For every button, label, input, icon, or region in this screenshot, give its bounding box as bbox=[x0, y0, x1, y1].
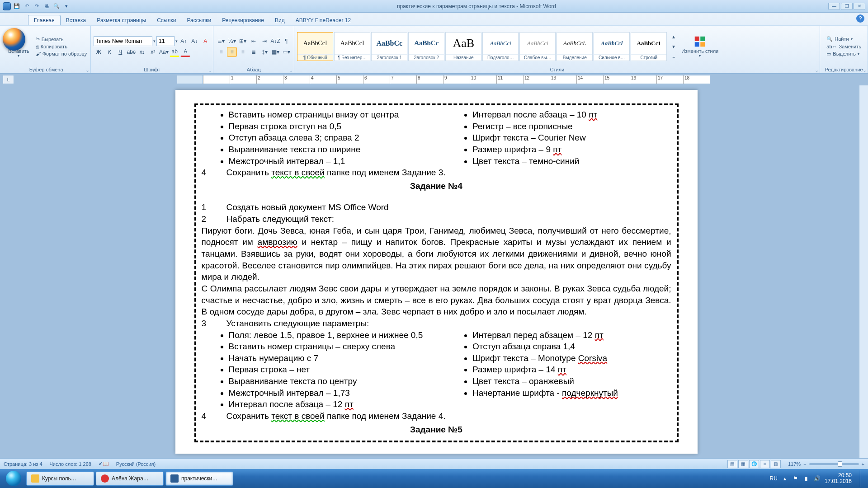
multilevel-button[interactable]: ⊞▾ bbox=[238, 36, 248, 46]
styles-expand[interactable]: ⌄ bbox=[669, 52, 679, 61]
font-color-button[interactable]: A bbox=[180, 47, 190, 57]
subscript-button[interactable]: x₂ bbox=[137, 47, 147, 57]
style-item-2[interactable]: AaBbCcЗаголовок 1 bbox=[371, 32, 407, 61]
vertical-scrollbar[interactable] bbox=[859, 85, 868, 458]
tab-view[interactable]: Вид bbox=[269, 15, 290, 25]
taskbar-item[interactable]: практически… bbox=[165, 471, 233, 486]
zoom-in-button[interactable]: + bbox=[862, 461, 864, 467]
bullets-button[interactable]: ≣▾ bbox=[216, 36, 226, 46]
qat-more[interactable]: ▾ bbox=[62, 2, 71, 10]
show-desktop-button[interactable] bbox=[860, 470, 865, 487]
styles-scroll-down[interactable]: ▾ bbox=[669, 42, 679, 51]
minimize-button[interactable]: — bbox=[828, 3, 840, 10]
style-item-4[interactable]: AaBНазвание bbox=[445, 32, 481, 61]
view-outline[interactable]: ≡ bbox=[760, 460, 770, 468]
page-content-frame[interactable]: Вставить номер страницы внизу от центраП… bbox=[194, 103, 679, 442]
qat-quickprint[interactable]: 🖶 bbox=[42, 2, 51, 10]
office-button[interactable] bbox=[3, 28, 25, 51]
qat-redo[interactable]: ↷ bbox=[33, 2, 41, 10]
start-button[interactable] bbox=[3, 470, 24, 487]
status-language[interactable]: Русский (Россия) bbox=[116, 461, 156, 467]
tray-chevron-up-icon[interactable]: ▴ bbox=[781, 475, 788, 482]
tab-mailings[interactable]: Рассылки bbox=[181, 15, 217, 25]
numbering-button[interactable]: ⅓▾ bbox=[227, 36, 237, 46]
borders-button[interactable]: ▭▾ bbox=[281, 47, 291, 57]
styles-gallery[interactable]: AaBbCcI¶ ОбычныйAaBbCcI¶ Без интер…AaBbC… bbox=[297, 31, 667, 62]
copy-button[interactable]: ⎘Копировать bbox=[35, 43, 88, 50]
bold-button[interactable]: Ж bbox=[94, 47, 104, 57]
grow-font-button[interactable]: A↑ bbox=[179, 36, 189, 46]
qat-undo[interactable]: ↶ bbox=[23, 2, 31, 10]
sort-button[interactable]: A↓Z bbox=[270, 36, 280, 46]
font-size-combo[interactable]: 11 bbox=[156, 36, 175, 46]
style-item-3[interactable]: AaBbCcЗаголовок 2 bbox=[408, 32, 444, 61]
format-painter-button[interactable]: 🖌Формат по образцу bbox=[35, 51, 88, 57]
zoom-value[interactable]: 117% bbox=[788, 461, 801, 467]
decrease-indent-button[interactable]: ⇤ bbox=[249, 36, 259, 46]
close-button[interactable]: ✕ bbox=[854, 3, 865, 10]
cut-button[interactable]: ✂Вырезать bbox=[35, 36, 88, 42]
select-button[interactable]: ▭Выделить▾ bbox=[826, 51, 861, 57]
style-item-0[interactable]: AaBbCcI¶ Обычный bbox=[297, 32, 333, 61]
taskbar-item[interactable]: Курсы поль… bbox=[26, 471, 94, 486]
horizontal-ruler[interactable]: 123456789101112131415161718 bbox=[177, 75, 710, 84]
styles-scroll-up[interactable]: ▴ bbox=[669, 32, 679, 41]
qat-save[interactable]: 💾 bbox=[13, 2, 21, 10]
page-scroll[interactable]: Вставить номер страницы внизу от центраП… bbox=[14, 85, 859, 458]
change-styles-button[interactable]: Изменить стили ▾ bbox=[678, 34, 722, 59]
view-draft[interactable]: ▥ bbox=[771, 460, 781, 468]
style-item-7[interactable]: AaBbCcLВыделение bbox=[557, 32, 593, 61]
qat-preview[interactable]: 🔍 bbox=[52, 2, 61, 10]
replace-button[interactable]: ab↔Заменить bbox=[826, 44, 861, 49]
taskbar-item[interactable]: Алёна Жара… bbox=[96, 471, 164, 486]
style-item-5[interactable]: AaBbCciПодзаголо… bbox=[482, 32, 519, 61]
line-spacing-button[interactable]: ‡▾ bbox=[259, 47, 269, 57]
align-right-button[interactable]: ≡ bbox=[238, 47, 248, 57]
maximize-button[interactable]: ❐ bbox=[841, 3, 853, 10]
zoom-out-button[interactable]: − bbox=[803, 461, 806, 467]
tab-home[interactable]: Главная bbox=[28, 15, 61, 25]
tab-references[interactable]: Ссылки bbox=[151, 15, 181, 25]
tab-abbyy[interactable]: ABBYY FineReader 12 bbox=[290, 15, 357, 25]
status-proofing-icon[interactable]: ✔📖 bbox=[99, 461, 109, 467]
style-item-9[interactable]: AaBbCc1Строгий bbox=[631, 32, 667, 61]
font-size-dropdown-icon[interactable]: ▾ bbox=[175, 39, 178, 43]
zoom-thumb[interactable] bbox=[838, 461, 842, 467]
clear-formatting-button[interactable]: A bbox=[200, 36, 210, 46]
increase-indent-button[interactable]: ⇥ bbox=[259, 36, 269, 46]
zoom-slider[interactable] bbox=[809, 463, 859, 465]
shrink-font-button[interactable]: A↓ bbox=[189, 36, 199, 46]
style-item-8[interactable]: AaBbCclСильное в… bbox=[594, 32, 630, 61]
help-button[interactable]: ? bbox=[856, 14, 864, 23]
underline-button[interactable]: Ч bbox=[115, 47, 125, 57]
shading-button[interactable]: ▦▾ bbox=[270, 47, 280, 57]
tray-flag-icon[interactable]: ⚑ bbox=[792, 475, 799, 482]
find-button[interactable]: 🔍Найти▾ bbox=[826, 36, 861, 42]
style-item-6[interactable]: AaBbCciСлабое вы… bbox=[519, 32, 556, 61]
strike-button[interactable]: abc bbox=[126, 47, 136, 57]
tray-clock[interactable]: 20:50 17.01.2016 bbox=[825, 473, 854, 484]
style-item-1[interactable]: AaBbCcI¶ Без интер… bbox=[334, 32, 370, 61]
tray-network-icon[interactable]: ▮ bbox=[803, 475, 810, 482]
justify-button[interactable]: ≣ bbox=[249, 47, 259, 57]
italic-button[interactable]: К bbox=[104, 47, 114, 57]
view-full-screen[interactable]: ▦ bbox=[738, 460, 748, 468]
status-words[interactable]: Число слов: 1 268 bbox=[50, 461, 91, 467]
font-name-dropdown-icon[interactable]: ▾ bbox=[153, 39, 156, 43]
tab-page-layout[interactable]: Разметка страницы bbox=[91, 15, 151, 25]
tray-volume-icon[interactable]: 🔊 bbox=[814, 475, 821, 482]
tab-insert[interactable]: Вставка bbox=[61, 15, 92, 25]
view-web[interactable]: 🌐 bbox=[749, 460, 759, 468]
view-print-layout[interactable]: ▤ bbox=[727, 460, 737, 468]
align-center-button[interactable]: ≡ bbox=[227, 47, 237, 57]
vertical-ruler[interactable] bbox=[0, 85, 14, 458]
font-name-combo[interactable]: Times New Roman bbox=[94, 36, 152, 46]
show-marks-button[interactable]: ¶ bbox=[281, 36, 291, 46]
tab-selector[interactable]: L bbox=[3, 75, 14, 84]
highlight-button[interactable]: ab bbox=[170, 47, 179, 57]
align-left-button[interactable]: ≡ bbox=[216, 47, 226, 57]
tab-review[interactable]: Рецензирование bbox=[217, 15, 269, 25]
superscript-button[interactable]: x² bbox=[148, 47, 158, 57]
tray-lang[interactable]: RU bbox=[770, 475, 778, 482]
change-case-button[interactable]: Aa▾ bbox=[159, 47, 169, 57]
